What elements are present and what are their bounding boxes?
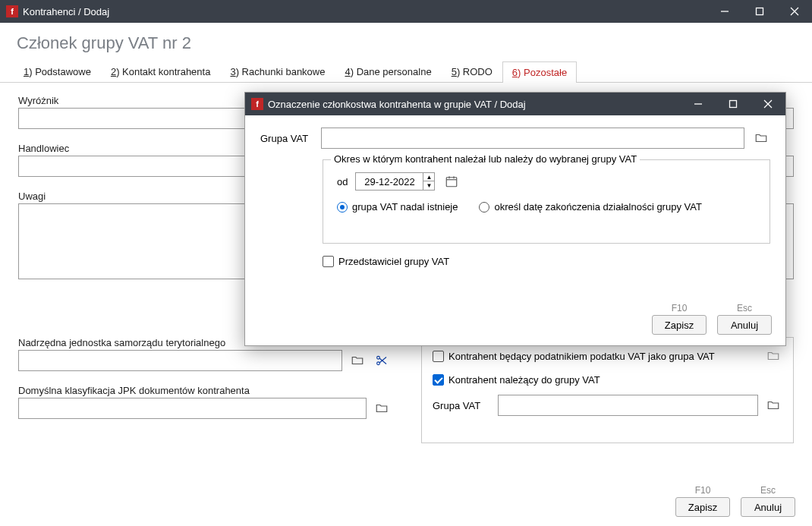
svg-rect-12	[447, 178, 458, 187]
tab-6[interactable]: 6) Pozostałe	[502, 61, 577, 83]
cancel-shortcut: Esc	[760, 485, 776, 496]
radio-vat-exists-label: grupa VAT nadal istnieje	[352, 201, 458, 213]
representative-label: Przedstawiciel grupy VAT	[338, 256, 449, 267]
minimize-button[interactable]	[707, 0, 742, 23]
dialog-cancel-button[interactable]: Anuluj	[717, 315, 772, 335]
svg-line-6	[379, 358, 386, 364]
dialog-title: Oznaczenie członkostwa kontrahenta w gru…	[268, 99, 526, 110]
save-button[interactable]: Zapisz	[675, 497, 730, 517]
dialog-close-button[interactable]	[751, 93, 785, 115]
dialog-grupa-label: Grupa VAT	[260, 133, 313, 144]
scissors-icon[interactable]	[373, 351, 391, 370]
jpk-input[interactable]	[18, 398, 367, 419]
vat-taxpayer-label: Kontrahent będący podatnikiem podatku VA…	[448, 351, 715, 362]
svg-rect-9	[730, 101, 737, 108]
dialog-save-shortcut: F10	[672, 303, 688, 313]
spinner-down-icon[interactable]: ▼	[423, 181, 434, 190]
tab-1[interactable]: 1) Podstawowe	[14, 61, 101, 82]
cancel-button[interactable]: Anuluj	[741, 497, 795, 517]
representative-checkbox[interactable]: Przedstawiciel grupy VAT	[323, 256, 770, 267]
page-title: Członek grupy VAT nr 2	[0, 23, 812, 61]
maximize-button[interactable]	[742, 0, 777, 23]
date-from-input[interactable]	[355, 172, 423, 191]
spinner-up-icon[interactable]: ▲	[423, 173, 434, 181]
dialog-titlebar[interactable]: f Oznaczenie członkostwa kontrahenta w g…	[245, 93, 785, 115]
dialog-cancel-shortcut: Esc	[737, 303, 752, 313]
tab-2[interactable]: 2) Kontakt kontrahenta	[101, 61, 221, 82]
folder-icon[interactable]	[764, 347, 782, 365]
dialog-maximize-button[interactable]	[716, 93, 751, 115]
main-footer: F10 Zapisz Esc Anuluj	[675, 485, 795, 517]
svg-rect-1	[757, 8, 763, 15]
vat-member-label: Kontrahent należący do grupy VAT	[448, 374, 600, 386]
save-shortcut: F10	[695, 485, 711, 496]
dialog-minimize-button[interactable]	[681, 93, 716, 115]
tabs: 1) Podstawowe2) Kontakt kontrahenta3) Ra…	[0, 61, 812, 83]
nadrzedna-input[interactable]	[18, 350, 342, 371]
radio-vat-enddate[interactable]: określ datę zakończenia działalności gru…	[479, 201, 701, 213]
dialog-grupa-input[interactable]	[321, 128, 744, 149]
period-title: Okres w którym kontrahent należał lub na…	[331, 153, 640, 165]
radio-vat-enddate-label: określ datę zakończenia działalności gru…	[494, 201, 701, 213]
radio-vat-exists[interactable]: grupa VAT nadal istnieje	[337, 201, 458, 213]
close-button[interactable]	[777, 0, 812, 23]
jpk-label: Domyślna klasyfikacja JPK dokumentów kon…	[18, 385, 391, 396]
main-titlebar[interactable]: f Kontrahenci / Dodaj	[0, 0, 812, 23]
vat-membership-dialog: f Oznaczenie członkostwa kontrahenta w g…	[244, 92, 786, 346]
grupa-vat-input-label: Grupa VAT	[433, 400, 492, 411]
tab-3[interactable]: 3) Rachunki bankowe	[220, 61, 335, 82]
calendar-icon[interactable]	[442, 172, 461, 191]
svg-line-7	[379, 357, 386, 364]
grupa-vat-input[interactable]	[498, 395, 758, 416]
folder-icon[interactable]	[752, 129, 770, 147]
dialog-save-button[interactable]: Zapisz	[652, 315, 707, 335]
folder-icon[interactable]	[348, 351, 367, 370]
tab-4[interactable]: 4) Dane personalne	[335, 61, 441, 82]
app-icon: f	[6, 5, 18, 17]
vat-member-checkbox[interactable]: Kontrahent należący do grupy VAT	[433, 374, 782, 386]
folder-icon[interactable]	[373, 399, 391, 417]
app-icon: f	[251, 98, 263, 110]
folder-icon[interactable]	[764, 396, 782, 414]
vat-taxpayer-checkbox[interactable]: Kontrahent będący podatnikiem podatku VA…	[433, 351, 715, 362]
tab-5[interactable]: 5) RODO	[442, 61, 502, 82]
date-spinner[interactable]: ▲▼	[423, 172, 435, 191]
window-title: Kontrahenci / Dodaj	[23, 6, 109, 17]
od-label: od	[337, 176, 348, 187]
